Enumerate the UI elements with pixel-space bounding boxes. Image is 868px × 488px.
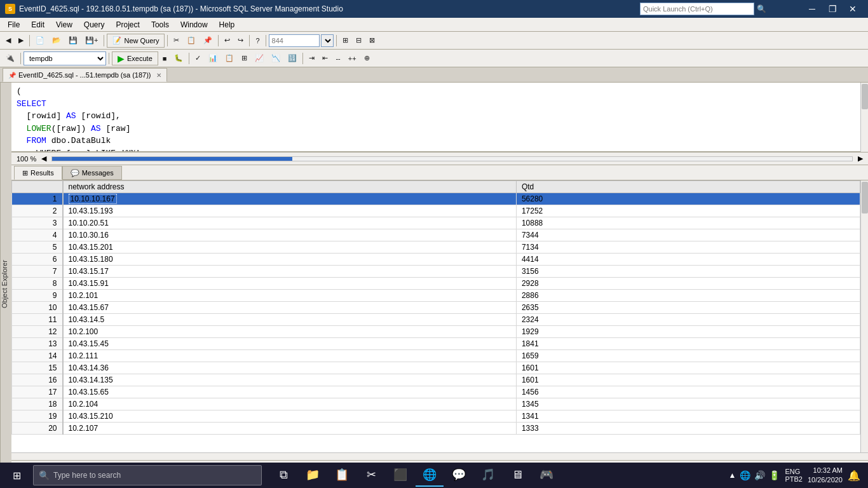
results-vscroll[interactable] <box>860 180 868 452</box>
results-tab[interactable]: ⊞ Results <box>14 166 62 180</box>
network-address-cell[interactable]: 10.2.104 <box>63 398 517 410</box>
network-address-cell[interactable]: 10.43.15.17 <box>63 266 517 278</box>
qty-cell: 1929 <box>516 326 860 338</box>
copy-button[interactable]: 📋 <box>184 34 199 48</box>
network-address-cell[interactable]: 10.2.101 <box>63 290 517 302</box>
tab-close-button[interactable]: ✕ <box>156 72 161 79</box>
taskbar-app-explorer[interactable]: 📁 <box>299 464 327 487</box>
menu-edit[interactable]: Edit <box>26 19 50 30</box>
database-selector[interactable]: tempdb <box>24 51 106 65</box>
db-dropdown-toolbar[interactable]: ▼ <box>321 34 334 47</box>
taskbar-search-bar[interactable]: 🔍 Type here to search <box>33 465 262 485</box>
toolbar-btn-extra2[interactable]: ⊟ <box>353 34 365 48</box>
network-address-cell[interactable]: 10.2.100 <box>63 326 517 338</box>
network-address-cell[interactable]: 10.43.15.45 <box>63 338 517 350</box>
network-address-cell[interactable]: 10.10.10.167 <box>63 193 517 205</box>
taskbar-app-extra[interactable]: 🎮 <box>532 464 560 487</box>
menu-view[interactable]: View <box>51 19 78 30</box>
network-address-cell[interactable]: 10.43.15.67 <box>63 302 517 314</box>
search-toolbar-input[interactable] <box>269 34 320 47</box>
taskbar-app-display[interactable]: 🖥 <box>503 464 531 487</box>
start-button[interactable]: ⊞ <box>3 464 31 487</box>
new-query-button[interactable]: 📝 New Query <box>107 34 165 48</box>
open-button[interactable]: 📂 <box>49 34 64 48</box>
row-num-cell: 6 <box>12 254 63 266</box>
taskbar-app-snip[interactable]: ✂ <box>357 464 385 487</box>
taskbar-app-sticky[interactable]: 📋 <box>328 464 356 487</box>
messages-tab[interactable]: 💬 Messages <box>62 166 122 180</box>
tray-chevron[interactable]: ▲ <box>729 471 736 480</box>
quick-launch-input[interactable] <box>640 3 754 15</box>
network-address-cell[interactable]: 10.43.14.135 <box>63 374 517 386</box>
results-area[interactable]: network address Qtd 110.10.10.1675628021… <box>11 180 860 452</box>
network-address-cell[interactable]: 10.10.20.51 <box>63 217 517 229</box>
paste-button[interactable]: 📌 <box>200 34 215 48</box>
undo-button[interactable]: ↩ <box>221 34 233 48</box>
toolbar-btn-extra3[interactable]: ⊠ <box>366 34 378 48</box>
taskbar-app-terminal[interactable]: ⬛ <box>386 464 414 487</box>
save-all-button[interactable]: 💾+ <box>82 34 101 48</box>
parse-button[interactable]: ✓ <box>192 51 204 65</box>
menu-query[interactable]: Query <box>79 19 110 30</box>
taskbar-app-media[interactable]: 🎵 <box>474 464 502 487</box>
code-editor[interactable]: ( SELECT [rowid] AS [rowid], LOWER([raw]… <box>11 83 860 152</box>
results-panel: ⊞ Results 💬 Messages <box>11 165 868 460</box>
taskbar-app-browser[interactable]: 🌐 <box>416 464 444 487</box>
results-hscroll[interactable] <box>11 452 868 460</box>
close-button[interactable]: ✕ <box>843 0 863 18</box>
header-network-address: network address <box>63 181 517 193</box>
taskbar-app-chat[interactable]: 💬 <box>445 464 473 487</box>
network-address-cell[interactable]: 10.2.111 <box>63 350 517 362</box>
network-address-cell[interactable]: 10.43.15.201 <box>63 241 517 254</box>
include-stats-button[interactable]: 📉 <box>268 51 283 65</box>
results-to-button[interactable]: 📋 <box>222 51 237 65</box>
network-address-cell[interactable]: 10.10.30.16 <box>63 229 517 241</box>
back-button[interactable]: ◀ <box>3 34 14 48</box>
editor-vscroll[interactable] <box>860 83 868 152</box>
help-button[interactable]: ? <box>252 34 262 48</box>
object-explorer-panel[interactable]: Object Explorer <box>0 83 11 488</box>
uncomment-button[interactable]: ++ <box>345 51 360 65</box>
network-address-cell[interactable]: 10.43.15.210 <box>63 410 517 423</box>
client-stats-button[interactable]: 🔢 <box>285 51 300 65</box>
menu-window[interactable]: Window <box>175 19 213 30</box>
cut-button[interactable]: ✂ <box>170 34 182 48</box>
comment-button[interactable]: -- <box>332 51 343 65</box>
forward-button[interactable]: ▶ <box>15 34 27 48</box>
grid-button[interactable]: ⊞ <box>238 51 250 65</box>
network-address-cell[interactable]: 10.43.15.193 <box>63 205 517 217</box>
editor-scroll-thumb <box>862 84 868 109</box>
connect-button[interactable]: 🔌 <box>3 51 18 65</box>
query-tab[interactable]: 📌 EventID_4625.sql - ...51.tempdb (sa (1… <box>3 68 167 82</box>
network-address-cell[interactable]: 10.43.15.65 <box>63 386 517 398</box>
menu-project[interactable]: Project <box>111 19 145 30</box>
menu-help[interactable]: Help <box>214 19 240 30</box>
cancel-query-button[interactable]: ■ <box>159 51 170 65</box>
zoom-slider[interactable] <box>51 156 853 161</box>
maximize-button[interactable]: ❐ <box>822 0 843 18</box>
network-address-cell[interactable]: 10.43.15.91 <box>63 278 517 290</box>
network-address-cell[interactable]: 10.43.14.5 <box>63 314 517 326</box>
extra-toolbar-btn[interactable]: ⊕ <box>361 51 373 65</box>
network-address-cell[interactable]: 10.43.14.36 <box>63 362 517 374</box>
decrease-indent-button[interactable]: ⇤ <box>319 51 331 65</box>
execute-button[interactable]: ▶ Execute <box>112 51 158 65</box>
include-plan-button[interactable]: 📈 <box>252 51 267 65</box>
zoom-increase-btn[interactable]: ▶ <box>858 154 863 163</box>
save-button[interactable]: 💾 <box>65 34 81 48</box>
object-explorer-label: Object Explorer <box>1 260 8 308</box>
new-file-button[interactable]: 📄 <box>32 34 48 48</box>
debug-button[interactable]: 🐛 <box>171 51 186 65</box>
notification-button[interactable]: 🔔 <box>848 470 860 482</box>
increase-indent-button[interactable]: ⇥ <box>306 51 318 65</box>
display-estimated-button[interactable]: 📊 <box>205 51 220 65</box>
network-address-cell[interactable]: 10.2.107 <box>63 423 517 435</box>
minimize-button[interactable]: ─ <box>802 0 822 18</box>
redo-button[interactable]: ↪ <box>234 34 247 48</box>
menu-file[interactable]: File <box>3 19 25 30</box>
toolbar-btn-extra1[interactable]: ⊞ <box>339 34 351 48</box>
menu-tools[interactable]: Tools <box>146 19 174 30</box>
taskbar-app-taskview[interactable]: ⧉ <box>269 464 297 487</box>
network-address-cell[interactable]: 10.43.15.180 <box>63 254 517 266</box>
zoom-decrease-btn[interactable]: ◀ <box>41 154 46 163</box>
